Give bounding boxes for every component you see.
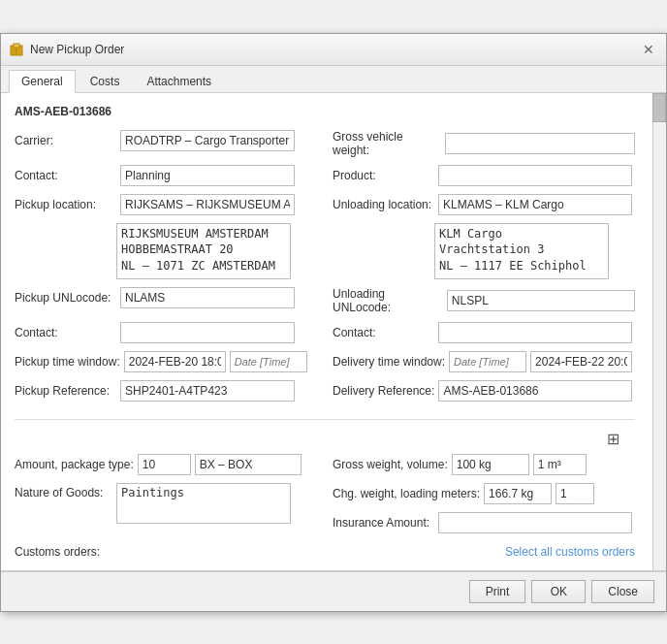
- chg-weight-label: Chg. weight, loading meters:: [333, 487, 480, 500]
- insurance-label: Insurance Amount:: [333, 516, 434, 530]
- customs-label: Customs orders:: [15, 545, 116, 559]
- grid-icon: ⊞: [607, 430, 619, 448]
- pickup-location-label: Pickup location:: [15, 198, 116, 211]
- new-pickup-order-window: New Pickup Order ✕ General Costs Attachm…: [0, 33, 667, 612]
- gross-weight-input[interactable]: [452, 454, 529, 475]
- insurance-field-group: Insurance Amount:: [333, 512, 635, 533]
- scrollbar-track[interactable]: [652, 93, 666, 570]
- contact2-label: Contact:: [15, 326, 116, 339]
- tab-bar: General Costs Attachments: [1, 66, 666, 93]
- pickup-time-input[interactable]: [124, 351, 226, 372]
- insurance-input[interactable]: [438, 512, 632, 533]
- contact2-input[interactable]: [120, 322, 295, 343]
- gross-volume-input[interactable]: [533, 454, 587, 475]
- gross-weight-label: Gross weight, volume:: [333, 458, 448, 471]
- product-field-group: Product:: [333, 165, 635, 186]
- contact3-input[interactable]: [438, 322, 632, 343]
- delivery-time-input[interactable]: [530, 351, 632, 372]
- contact2-field-group: Contact:: [15, 322, 317, 343]
- unloading-location-field-group: Unloading location:: [333, 194, 635, 215]
- unloading-address-textarea[interactable]: KLM Cargo Vrachtstation 3 NL – 1117 EE S…: [434, 223, 609, 279]
- icon-row: ⊞: [15, 430, 635, 448]
- amount-label: Amount, package type:: [15, 458, 134, 471]
- gross-vehicle-weight-field-group: Gross vehicle weight:: [333, 130, 635, 157]
- order-id: AMS-AEB-013686: [15, 105, 635, 118]
- title-bar-left: New Pickup Order: [9, 42, 124, 57]
- amount-field-group: Amount, package type:: [15, 454, 317, 475]
- pickup-location-field-group: Pickup location:: [15, 194, 317, 215]
- reference-row: Pickup Reference: Delivery Reference:: [15, 380, 635, 409]
- unloading-unlocode-label: Unloading UNLocode:: [333, 287, 443, 314]
- delivery-time-inputs: [449, 351, 632, 372]
- time-window-row: Pickup time window: Delivery time window…: [15, 351, 635, 380]
- carrier-field-group: Carrier:: [15, 130, 317, 151]
- delivery-ref-input[interactable]: [438, 380, 632, 402]
- window-close-button[interactable]: ✕: [639, 40, 658, 59]
- delivery-time-label: Delivery time window:: [333, 355, 445, 369]
- pickup-time-field-group: Pickup time window:: [15, 351, 317, 372]
- delivery-time-placeholder-input[interactable]: [449, 351, 526, 372]
- title-bar: New Pickup Order ✕: [1, 34, 666, 66]
- contact-label: Contact:: [15, 169, 116, 182]
- tab-general[interactable]: General: [9, 70, 76, 93]
- pickup-ref-input[interactable]: [120, 380, 295, 402]
- delivery-time-field-group: Delivery time window:: [333, 351, 635, 372]
- contact-input[interactable]: [120, 165, 295, 186]
- chg-loading-input[interactable]: [556, 483, 594, 504]
- package-icon: [9, 42, 24, 57]
- package-type-input[interactable]: [195, 454, 302, 475]
- pickup-unlocode-input[interactable]: [120, 287, 295, 308]
- product-label: Product:: [333, 169, 434, 182]
- pickup-time-inputs: [124, 351, 307, 372]
- unloading-unlocode-input[interactable]: [447, 290, 635, 311]
- pickup-time-label: Pickup time window:: [15, 355, 120, 369]
- pickup-ref-field-group: Pickup Reference:: [15, 380, 317, 402]
- contact-row: Contact: Product:: [15, 165, 635, 194]
- print-button[interactable]: Print: [469, 580, 526, 603]
- bottom-bar: Print OK Close: [1, 571, 666, 611]
- svg-rect-2: [14, 44, 19, 48]
- select-all-customs-link[interactable]: Select all customs orders: [505, 545, 635, 559]
- delivery-ref-field-group: Delivery Reference:: [333, 380, 635, 402]
- contact2-row: Contact: Contact:: [15, 322, 635, 351]
- nature-textarea[interactable]: Paintings: [116, 483, 291, 524]
- scrollbar-thumb[interactable]: [652, 93, 666, 122]
- gross-vehicle-weight-input[interactable]: [445, 133, 635, 154]
- pickup-unlocode-field-group: Pickup UNLocode:: [15, 287, 317, 308]
- unlocode-row: Pickup UNLocode: Unloading UNLocode:: [15, 287, 635, 322]
- pickup-unlocode-label: Pickup UNLocode:: [15, 291, 116, 305]
- carrier-row: Carrier: Gross vehicle weight:: [15, 130, 635, 165]
- delivery-ref-label: Delivery Reference:: [333, 384, 434, 398]
- close-button[interactable]: Close: [591, 580, 654, 603]
- pickup-location-input[interactable]: [120, 194, 295, 215]
- amount-input[interactable]: [138, 454, 191, 475]
- customs-row: Customs orders: Select all customs order…: [15, 545, 635, 559]
- chg-weight-input[interactable]: [484, 483, 552, 504]
- gross-weight-field-group: Gross weight, volume:: [333, 454, 635, 475]
- window-title: New Pickup Order: [30, 43, 124, 56]
- ok-button[interactable]: OK: [531, 580, 586, 603]
- gross-vehicle-weight-label: Gross vehicle weight:: [333, 130, 441, 157]
- contact3-label: Contact:: [333, 326, 434, 339]
- unloading-location-label: Unloading location:: [333, 198, 434, 211]
- nature-label: Nature of Goods:: [15, 483, 116, 499]
- chg-weight-field-group: Chg. weight, loading meters:: [333, 483, 635, 504]
- carrier-input[interactable]: [120, 130, 295, 151]
- contact-field-group: Contact:: [15, 165, 317, 186]
- pickup-ref-label: Pickup Reference:: [15, 384, 116, 398]
- pickup-address-textarea[interactable]: RIJKSMUSEUM AMSTERDAM HOBBEMASTRAAT 20 N…: [116, 223, 291, 279]
- carrier-label: Carrier:: [15, 134, 116, 147]
- unloading-location-input[interactable]: [438, 194, 632, 215]
- product-input[interactable]: [438, 165, 632, 186]
- tab-costs[interactable]: Costs: [78, 70, 133, 92]
- amount-row: Amount, package type: Gross weight, volu…: [15, 454, 635, 483]
- tab-attachments[interactable]: Attachments: [134, 70, 224, 92]
- form-content: AMS-AEB-013686 Carrier: Gross vehicle we…: [1, 93, 666, 571]
- pickup-time-placeholder-input[interactable]: [230, 351, 307, 372]
- contact3-field-group: Contact:: [333, 322, 635, 343]
- unloading-unlocode-field-group: Unloading UNLocode:: [333, 287, 635, 314]
- nature-row: Nature of Goods: Paintings Chg. weight, …: [15, 483, 635, 541]
- location-row: Pickup location: RIJKSMUSEUM AMSTERDAM H…: [15, 194, 635, 287]
